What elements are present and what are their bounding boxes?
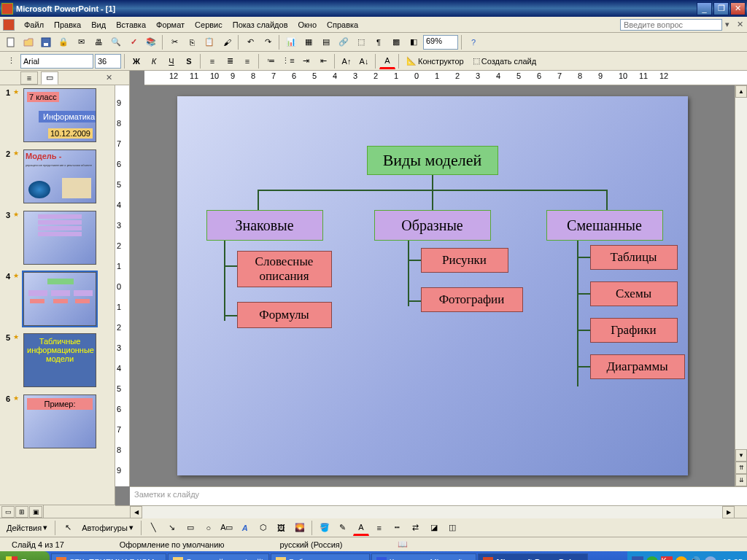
show-grid-icon[interactable]: ▩ [388, 34, 404, 50]
menu-file[interactable]: Файл [19, 19, 49, 31]
spell-icon[interactable]: ✓ [125, 34, 142, 50]
font-dropdown-handle[interactable]: ⋮ [3, 53, 19, 69]
tray-lang-indicator[interactable]: EN [632, 556, 643, 560]
slideshow-view-icon[interactable]: ▣ [29, 506, 42, 518]
decrease-indent-icon[interactable]: ⇤ [315, 53, 331, 69]
picture-icon[interactable]: 🌄 [292, 520, 308, 536]
new-slide-button[interactable]: ⬚Создать слайд [469, 53, 540, 69]
redo-icon[interactable]: ↷ [260, 34, 276, 50]
research-icon[interactable]: 📚 [143, 34, 159, 50]
email-icon[interactable]: ✉ [73, 34, 89, 50]
thumbnail-3[interactable] [23, 211, 96, 265]
format-painter-icon[interactable]: 🖌 [219, 34, 235, 50]
color-grayscale-icon[interactable]: ◧ [406, 34, 422, 50]
actions-menu[interactable]: Действия ▾ [3, 520, 51, 536]
ask-dropdown[interactable]: ▾ [722, 20, 732, 29]
outline-tab[interactable]: ≡ [20, 71, 38, 85]
minimize-button[interactable]: _ [697, 2, 712, 15]
align-center-icon[interactable]: ≣ [222, 53, 238, 69]
close-button[interactable]: ✕ [730, 2, 746, 15]
underline-icon[interactable]: Ч [163, 53, 179, 69]
diagram-leaf-2-0[interactable]: Таблицы [590, 245, 678, 270]
menu-slideshow[interactable]: Показ слайдов [228, 19, 293, 31]
permission-icon[interactable]: 🔒 [55, 34, 71, 50]
slides-tab[interactable]: ▭ [41, 71, 58, 85]
increase-font-icon[interactable]: A↑ [338, 53, 355, 69]
open-icon[interactable] [20, 34, 36, 50]
diagram-leaf-1-0[interactable]: Рисунки [421, 248, 508, 273]
select-object-icon[interactable]: ↖ [60, 520, 76, 536]
thumbnail-6[interactable]: Пример: [23, 394, 96, 448]
tray-icon-1[interactable] [646, 556, 658, 560]
textbox-icon[interactable]: A▭ [219, 520, 235, 536]
save-icon[interactable] [38, 34, 54, 50]
line-style-icon[interactable]: ≡ [371, 520, 387, 536]
shadow-icon[interactable]: S [181, 53, 197, 69]
copy-icon[interactable]: ⎘ [184, 34, 200, 50]
prev-slide-icon[interactable]: ⇈ [735, 462, 747, 474]
thumbnail-5[interactable]: Табличные информационные модели [23, 333, 96, 387]
menu-format[interactable]: Формат [151, 19, 190, 31]
slide-canvas[interactable]: Виды моделей Знаковые Образные Смешанные… [130, 85, 735, 486]
cut-icon[interactable]: ✂ [166, 34, 182, 50]
oval-icon[interactable]: ○ [201, 520, 217, 536]
diagram-branch-1[interactable]: Образные [374, 210, 491, 241]
thumbnail-1[interactable]: 7 классИнформатика10.12.2009 [23, 88, 96, 142]
diagram-branch-2[interactable]: Смешанные [546, 210, 663, 241]
align-left-icon[interactable]: ≡ [204, 53, 220, 69]
diagram-leaf-2-1[interactable]: Схемы [590, 281, 678, 306]
zoom-combo[interactable]: 69% [423, 35, 458, 50]
normal-view-icon[interactable]: ▭ [1, 506, 15, 518]
insert-table-icon[interactable]: ▦ [301, 34, 317, 50]
numbering-icon[interactable]: ≔ [263, 53, 279, 69]
insert-hyperlink-icon[interactable]: 🔗 [336, 34, 352, 50]
sorter-view-icon[interactable]: ⊞ [15, 506, 28, 518]
align-right-icon[interactable]: ≡ [239, 53, 255, 69]
menu-view[interactable]: Вид [86, 19, 111, 31]
design-button[interactable]: 📐Конструктор [403, 53, 468, 69]
fill-color-icon[interactable]: 🪣 [317, 520, 333, 536]
diagram-root[interactable]: Виды моделей [367, 146, 498, 175]
shadow-style-icon[interactable]: ◪ [426, 520, 442, 536]
diagram-leaf-0-1[interactable]: Формулы [237, 302, 332, 328]
taskbar-item-0[interactable]: СТК: ПРИЕМНАЯ КОМ... [51, 553, 166, 560]
menu-window[interactable]: Окно [293, 19, 322, 31]
autoshapes-menu[interactable]: Автофигуры ▾ [78, 520, 137, 536]
menu-edit[interactable]: Правка [49, 19, 86, 31]
scroll-down-icon[interactable]: ▼ [735, 449, 747, 462]
taskbar-item-2[interactable]: Рабочие программы [271, 553, 370, 560]
restore-button[interactable]: ❐ [713, 2, 729, 15]
menu-tools[interactable]: Сервис [190, 19, 228, 31]
tray-volume-icon[interactable]: 🔊 [690, 556, 702, 560]
expand-all-icon[interactable]: ⬚ [353, 34, 369, 50]
menu-close-doc[interactable]: ✕ [734, 20, 746, 29]
tray-icon-4[interactable] [705, 556, 716, 560]
tray-icon-2[interactable]: K [661, 556, 673, 560]
diagram-leaf-2-2[interactable]: Графики [590, 318, 678, 343]
show-formatting-icon[interactable]: ¶ [371, 34, 387, 50]
scroll-up-icon[interactable]: ▲ [735, 85, 747, 98]
diagram-leaf-2-3[interactable]: Диаграммы [590, 354, 685, 379]
font-name-combo[interactable] [20, 54, 93, 69]
line-color-icon[interactable]: ✎ [335, 520, 351, 536]
diagram-branch-0[interactable]: Знаковые [206, 210, 323, 241]
thumbnail-4[interactable] [23, 272, 96, 326]
rectangle-icon[interactable]: ▭ [182, 520, 198, 536]
bullets-icon[interactable]: ⋮≡ [280, 53, 296, 69]
font-color-icon[interactable]: A [379, 53, 395, 69]
arrow-icon[interactable]: ↘ [164, 520, 180, 536]
new-icon[interactable] [3, 34, 19, 50]
diagram-leaf-0-0[interactable]: Словесные описания [237, 251, 332, 287]
undo-icon[interactable]: ↶ [242, 34, 258, 50]
close-panel-icon[interactable]: ✕ [106, 73, 115, 82]
notes-pane[interactable]: Заметки к слайду [130, 486, 747, 505]
help-icon[interactable]: ? [465, 34, 481, 50]
taskbar-item-1[interactable]: Открытый урок (мой) [168, 553, 269, 560]
bold-icon[interactable]: Ж [128, 53, 144, 69]
print-icon[interactable]: 🖶 [90, 34, 107, 50]
scroll-right-icon[interactable]: ▶ [722, 506, 735, 518]
dash-style-icon[interactable]: ┅ [390, 520, 406, 536]
wordart-icon[interactable]: A [237, 520, 253, 536]
clipart-icon[interactable]: 🖼 [274, 520, 290, 536]
next-slide-icon[interactable]: ⇊ [735, 474, 747, 486]
